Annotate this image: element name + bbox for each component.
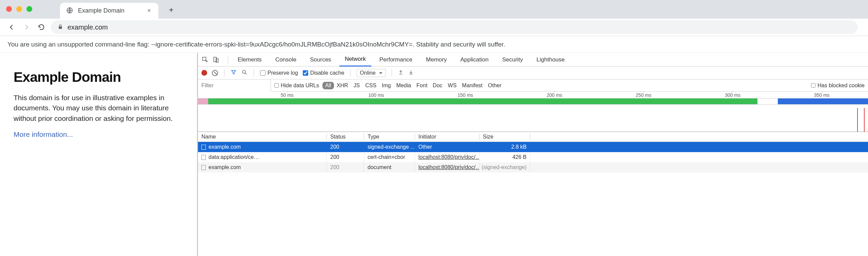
ruler-tick: 200 ms xyxy=(547,92,562,98)
has-blocked-cookies-checkbox[interactable]: Has blocked cookie xyxy=(808,83,868,89)
devtools-tab-sources[interactable]: Sources xyxy=(304,53,336,67)
filter-chip-ws[interactable]: WS xyxy=(445,83,459,89)
svg-rect-1 xyxy=(59,26,62,29)
ruler-tick: 50 ms xyxy=(281,92,294,98)
ruler-tick: 100 ms xyxy=(369,92,384,98)
download-har-icon[interactable] xyxy=(408,69,414,77)
filter-chip-xhr[interactable]: XHR xyxy=(334,83,351,89)
svg-point-5 xyxy=(242,70,245,73)
more-info-link[interactable]: More information... xyxy=(14,130,73,138)
ruler-tick: 300 ms xyxy=(725,92,741,98)
ruler-tick: 150 ms xyxy=(457,92,473,98)
network-filter-bar: Hide data URLs AllXHRJSCSSImgMediaFontDo… xyxy=(198,79,868,92)
record-button[interactable] xyxy=(201,70,207,76)
separator xyxy=(254,69,254,77)
file-icon xyxy=(201,165,206,170)
forward-button[interactable] xyxy=(21,22,32,33)
filter-chip-manifest[interactable]: Manifest xyxy=(459,83,485,89)
filter-chip-doc[interactable]: Doc xyxy=(430,83,445,89)
ruler-tick: 250 ms xyxy=(636,92,651,98)
ruler-tick: 350 ms xyxy=(814,92,830,98)
filter-chip-all[interactable]: All xyxy=(322,82,334,89)
network-table-header[interactable]: NameStatusTypeInitiatorSize xyxy=(198,132,868,142)
search-icon[interactable] xyxy=(241,69,248,77)
hide-data-urls-checkbox[interactable]: Hide data URLs xyxy=(271,83,322,89)
window-controls xyxy=(6,6,32,12)
disable-cache-checkbox[interactable]: Disable cache xyxy=(303,70,344,76)
separator xyxy=(228,56,228,63)
devtools-tab-security[interactable]: Security xyxy=(497,53,528,67)
new-tab-button[interactable]: + xyxy=(166,5,176,15)
request-name: data:application/ce… xyxy=(209,154,259,160)
preserve-log-checkbox[interactable]: Preserve log xyxy=(260,70,298,76)
filter-chip-font[interactable]: Font xyxy=(414,83,430,89)
filter-chip-media[interactable]: Media xyxy=(394,83,414,89)
disable-cache-label: Disable cache xyxy=(310,70,344,76)
column-name[interactable]: Name xyxy=(198,134,327,140)
timeline-ruler[interactable]: 50 ms100 ms150 ms200 ms250 ms300 ms350 m… xyxy=(198,92,868,98)
preserve-log-label: Preserve log xyxy=(268,70,298,76)
filter-chip-other[interactable]: Other xyxy=(485,83,504,89)
file-icon xyxy=(201,145,206,150)
separator xyxy=(350,69,351,77)
browser-tab[interactable]: Example Domain × xyxy=(60,3,158,19)
request-name: example.com xyxy=(209,164,241,170)
globe-icon xyxy=(66,7,73,15)
back-button[interactable] xyxy=(6,22,17,33)
column-type[interactable]: Type xyxy=(364,134,415,140)
devtools-tab-performance[interactable]: Performance xyxy=(374,53,418,67)
timeline-overview[interactable] xyxy=(198,98,868,105)
filter-chip-img[interactable]: Img xyxy=(379,83,394,89)
devtools-tab-console[interactable]: Console xyxy=(270,53,302,67)
network-table-body: example.com200signed-exchange …Other2.8 … xyxy=(198,142,868,172)
warning-text: You are using an unsupported command-lin… xyxy=(7,41,505,48)
address-bar[interactable]: example.com xyxy=(51,20,858,34)
reload-button[interactable] xyxy=(36,22,47,33)
has-blocked-cookies-label: Has blocked cookie xyxy=(817,83,865,89)
traffic-max[interactable] xyxy=(26,6,32,12)
devtools-tab-network[interactable]: Network xyxy=(339,53,371,67)
hide-data-urls-label: Hide data URLs xyxy=(281,83,319,89)
clear-button[interactable] xyxy=(212,70,218,76)
inspect-element-icon[interactable] xyxy=(201,55,210,64)
filter-chip-js[interactable]: JS xyxy=(351,83,363,89)
tab-title: Example Domain xyxy=(78,7,141,14)
devtools-tabs: ElementsConsoleSourcesNetworkPerformance… xyxy=(198,53,868,67)
devtools-tab-elements[interactable]: Elements xyxy=(232,53,267,67)
column-size[interactable]: Size xyxy=(479,134,530,140)
network-request-row[interactable]: example.com200documentlocalhost:8080/pri… xyxy=(198,162,868,172)
traffic-min[interactable] xyxy=(16,6,22,12)
network-request-row[interactable]: data:application/ce…200cert-chain+cborlo… xyxy=(198,152,868,162)
traffic-close[interactable] xyxy=(6,6,12,12)
devtools: ElementsConsoleSourcesNetworkPerformance… xyxy=(198,53,868,256)
file-icon xyxy=(201,155,206,160)
close-tab-icon[interactable]: × xyxy=(146,7,152,14)
devtools-tab-lighthouse[interactable]: Lighthouse xyxy=(531,53,570,67)
devtools-tab-application[interactable]: Application xyxy=(455,53,494,67)
network-request-row[interactable]: example.com200signed-exchange …Other2.8 … xyxy=(198,142,868,152)
request-name: example.com xyxy=(209,144,241,150)
filter-input[interactable] xyxy=(198,79,271,92)
separator xyxy=(392,69,392,77)
column-status[interactable]: Status xyxy=(327,134,364,140)
page-paragraph: This domain is for use in illustrative e… xyxy=(14,93,183,124)
warning-bar: You are using an unsupported command-lin… xyxy=(0,36,868,53)
url-text: example.com xyxy=(67,23,108,31)
throttling-select[interactable]: Online xyxy=(357,69,385,77)
toolbar: example.com xyxy=(0,19,868,36)
filter-chip-css[interactable]: CSS xyxy=(362,83,379,89)
separator xyxy=(224,69,224,77)
filter-icon[interactable] xyxy=(231,69,237,77)
device-toggle-icon[interactable] xyxy=(212,55,220,64)
devtools-tab-memory[interactable]: Memory xyxy=(420,53,452,67)
page-content: Example Domain This domain is for use in… xyxy=(0,53,198,256)
tab-strip: Example Domain × + xyxy=(0,0,868,19)
network-action-bar: Preserve log Disable cache Online xyxy=(198,67,868,79)
page-heading: Example Domain xyxy=(14,69,183,85)
column-initiator[interactable]: Initiator xyxy=(415,134,479,140)
waterfall-area[interactable] xyxy=(198,105,868,132)
lock-icon xyxy=(58,24,63,31)
upload-har-icon[interactable] xyxy=(398,69,403,77)
